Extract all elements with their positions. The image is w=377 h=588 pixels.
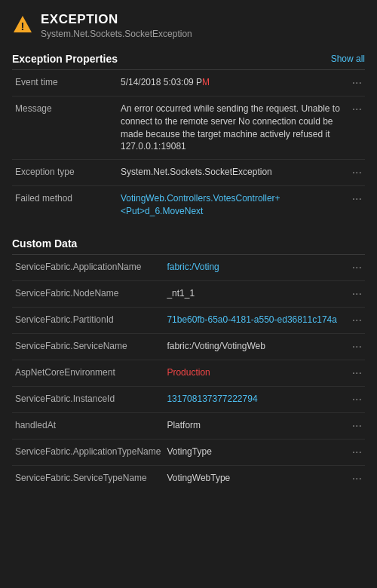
custom-data-section: Custom Data ServiceFabric.ApplicationNam…	[0, 230, 377, 492]
row-menu-partition-id[interactable]: ···	[344, 307, 365, 333]
row-key-exception-type: Exception type	[12, 160, 118, 186]
row-key-event-time: Event time	[12, 70, 118, 96]
exception-header: ! EXCEPTION System.Net.Sockets.SocketExc…	[0, 0, 377, 47]
row-key-service-type-name: ServiceFabric.ServiceTypeName	[12, 465, 164, 492]
table-row: ServiceFabric.ApplicationName fabric:/Vo…	[12, 255, 365, 281]
row-val-aspnetcore-env: Production	[164, 360, 344, 386]
table-row: ServiceFabric.ServiceTypeName VotingWebT…	[12, 465, 365, 492]
row-val-message: An error occurred while sending the requ…	[118, 96, 344, 160]
table-row: Event time 5/14/2018 5:03:09 PM ···	[12, 70, 365, 96]
exception-subtitle: System.Net.Sockets.SocketException	[41, 29, 192, 39]
row-key-service-name: ServiceFabric.ServiceName	[12, 333, 164, 360]
show-all-link[interactable]: Show all	[331, 54, 365, 64]
row-val-instance-id: 131708137377222794	[164, 386, 344, 412]
row-menu-failed-method[interactable]: ···	[344, 186, 365, 224]
row-key-app-name: ServiceFabric.ApplicationName	[12, 255, 164, 281]
row-key-aspnetcore-env: AspNetCoreEnvironment	[12, 360, 164, 386]
row-menu-message[interactable]: ···	[344, 96, 365, 160]
row-val-service-type-name: VotingWebType	[164, 465, 344, 492]
custom-data-title: Custom Data	[12, 237, 77, 250]
event-time-highlight: M	[202, 77, 210, 87]
exception-properties-header: Exception Properties Show all	[12, 47, 365, 69]
row-key-app-type-name: ServiceFabric.ApplicationTypeName	[12, 439, 164, 465]
row-menu-handled-at[interactable]: ···	[344, 412, 365, 439]
row-menu-app-type-name[interactable]: ···	[344, 439, 365, 465]
row-menu-app-name[interactable]: ···	[344, 255, 365, 281]
app-name-link[interactable]: fabric:/Voting	[167, 262, 219, 272]
row-menu-aspnetcore-env[interactable]: ···	[344, 360, 365, 386]
row-menu-event-time[interactable]: ···	[344, 70, 365, 96]
custom-data-header: Custom Data	[12, 230, 365, 254]
row-val-handled-at: Platform	[164, 412, 344, 439]
table-row: ServiceFabric.ApplicationTypeName Voting…	[12, 439, 365, 465]
row-key-message: Message	[12, 96, 118, 160]
table-row: ServiceFabric.PartitionId 71be60fb-65a0-…	[12, 307, 365, 333]
row-val-failed-method: VotingWeb.Controllers.VotesController+<P…	[118, 186, 344, 224]
event-time-text: 5/14/2018 5:03:09 P	[121, 77, 202, 87]
row-menu-node-name[interactable]: ···	[344, 280, 365, 307]
row-val-event-time: 5/14/2018 5:03:09 PM	[118, 70, 344, 96]
row-val-app-type-name: VotingType	[164, 439, 344, 465]
row-menu-instance-id[interactable]: ···	[344, 386, 365, 412]
row-val-service-name: fabric:/Voting/VotingWeb	[164, 333, 344, 360]
header-text: EXCEPTION System.Net.Sockets.SocketExcep…	[41, 12, 192, 39]
instance-id-link[interactable]: 131708137377222794	[167, 394, 257, 404]
row-val-exception-type: System.Net.Sockets.SocketException	[118, 160, 344, 186]
exception-title: EXCEPTION	[41, 12, 192, 27]
table-row: ServiceFabric.InstanceId 131708137377222…	[12, 386, 365, 412]
table-row: handledAt Platform ···	[12, 412, 365, 439]
exception-properties-table: Event time 5/14/2018 5:03:09 PM ··· Mess…	[12, 70, 365, 224]
partition-id-link[interactable]: 71be60fb-65a0-4181-a550-ed36811c174a	[167, 314, 337, 325]
exception-properties-title: Exception Properties	[12, 53, 118, 65]
row-key-failed-method: Failed method	[12, 186, 118, 224]
table-row: ServiceFabric.ServiceName fabric:/Voting…	[12, 333, 365, 360]
row-menu-exception-type[interactable]: ···	[344, 160, 365, 186]
table-row: Exception type System.Net.Sockets.Socket…	[12, 160, 365, 186]
row-key-node-name: ServiceFabric.NodeName	[12, 280, 164, 307]
row-key-handled-at: handledAt	[12, 412, 164, 439]
table-row: ServiceFabric.NodeName _nt1_1 ···	[12, 280, 365, 307]
table-row: Failed method VotingWeb.Controllers.Vote…	[12, 186, 365, 224]
row-key-partition-id: ServiceFabric.PartitionId	[12, 307, 164, 333]
warning-icon: !	[12, 14, 33, 35]
aspnetcore-env-value: Production	[167, 367, 210, 378]
row-val-partition-id: 71be60fb-65a0-4181-a550-ed36811c174a	[164, 307, 344, 333]
failed-method-link[interactable]: VotingWeb.Controllers.VotesController+<P…	[121, 193, 280, 216]
table-row: AspNetCoreEnvironment Production ···	[12, 360, 365, 386]
row-val-app-name: fabric:/Voting	[164, 255, 344, 281]
table-row: Message An error occurred while sending …	[12, 96, 365, 160]
exception-properties-section: Exception Properties Show all Event time…	[0, 47, 377, 224]
row-menu-service-name[interactable]: ···	[344, 333, 365, 360]
row-val-node-name: _nt1_1	[164, 280, 344, 307]
row-key-instance-id: ServiceFabric.InstanceId	[12, 386, 164, 412]
custom-data-table: ServiceFabric.ApplicationName fabric:/Vo…	[12, 255, 365, 492]
svg-text:!: !	[21, 20, 25, 32]
row-menu-service-type-name[interactable]: ···	[344, 465, 365, 492]
